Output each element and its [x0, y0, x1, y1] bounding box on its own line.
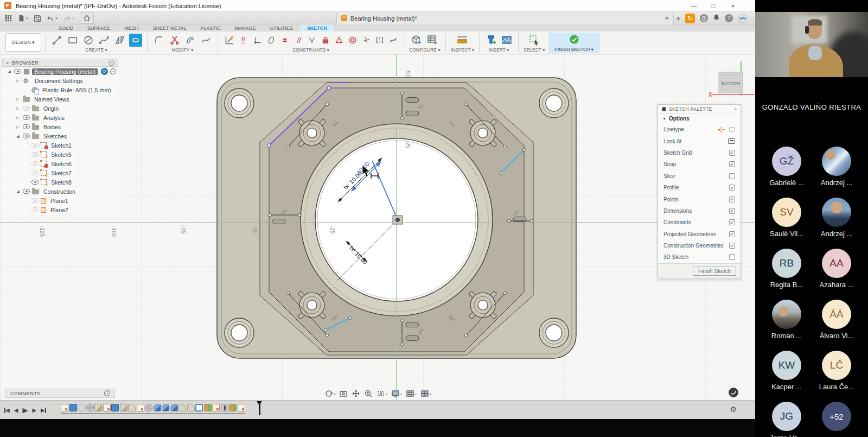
display-settings-icon[interactable]: ▾ — [391, 389, 402, 398]
participant-tile[interactable]: Roman ... — [762, 300, 812, 340]
visibility-eye-icon[interactable] — [31, 170, 39, 175]
checkbox-checked[interactable] — [729, 243, 735, 249]
ellipse-tool-icon[interactable] — [266, 34, 277, 47]
viewports-icon[interactable]: ▾ — [420, 389, 431, 398]
participant-avatar[interactable]: SV — [772, 198, 801, 227]
browser-header[interactable]: « BROWSER − — [2, 59, 118, 67]
checkbox-checked[interactable] — [729, 150, 735, 156]
coincident-constraint-icon[interactable] — [307, 34, 317, 47]
participant-avatar[interactable]: AA — [822, 249, 851, 278]
timeline-feature-icon[interactable] — [221, 404, 228, 411]
insert-fastener-icon[interactable] — [484, 34, 497, 47]
participant-tile[interactable]: KW Kacper ... — [762, 351, 812, 391]
new-tab-icon[interactable]: + — [676, 14, 680, 23]
options-section-header[interactable]: ▼ Options — [658, 113, 741, 124]
tab-surface[interactable]: SURFACE — [80, 24, 118, 31]
collapse-palette-icon[interactable]: » — [734, 106, 737, 112]
expander-icon[interactable]: ▷ — [15, 125, 21, 129]
line-tool-icon[interactable] — [50, 34, 63, 47]
home-icon[interactable] — [80, 12, 94, 24]
spline-tool-icon[interactable] — [98, 34, 111, 47]
constraints-group-label[interactable]: CONSTRAINTS ▾ — [292, 47, 329, 53]
fix-lock-constraint-icon[interactable] — [320, 34, 331, 47]
checkbox-checked[interactable] — [729, 208, 735, 214]
checkbox-checked[interactable] — [729, 161, 735, 167]
checkbox-checked[interactable] — [729, 185, 735, 191]
fit-icon[interactable]: ▾ — [376, 389, 387, 398]
search-icon[interactable] — [101, 68, 108, 75]
expander-icon[interactable]: ▷ — [15, 106, 21, 111]
redo-icon[interactable]: ▼ — [63, 15, 75, 22]
finish-sketch-palette-button[interactable]: Finish Sketch — [693, 267, 736, 276]
browser-item-bodies[interactable]: ▷ Bodies — [2, 122, 118, 131]
palette-option-profile[interactable]: Profile — [658, 182, 741, 193]
timeline-feature-icon[interactable] — [61, 404, 68, 411]
participant-photo-avatar[interactable] — [822, 147, 851, 176]
timeline-position-marker[interactable] — [259, 402, 260, 415]
rectangular-pattern-icon[interactable] — [239, 34, 250, 47]
palette-option-snap[interactable]: Snap — [658, 159, 741, 170]
polygon-constraint-icon[interactable] — [334, 34, 344, 47]
create-group-label[interactable]: CREATE ▾ — [85, 47, 107, 53]
concentric-constraint-icon[interactable] — [347, 34, 358, 47]
expander-icon[interactable]: ◢ — [15, 134, 21, 138]
timeline-feature-icon[interactable] — [229, 404, 237, 411]
timeline-feature-icon[interactable] — [204, 404, 212, 411]
equal-constraint-icon[interactable] — [279, 34, 290, 47]
tangent-constraint-icon[interactable] — [361, 34, 372, 47]
visibility-eye-icon[interactable] — [14, 69, 21, 74]
participant-tile[interactable]: ÁÁ Álvaro Vi... — [812, 300, 861, 340]
fillet-tool-icon[interactable] — [152, 34, 165, 47]
close-tab-icon[interactable]: × — [665, 14, 669, 22]
participant-tile[interactable]: SV Saulė Vil... — [762, 198, 812, 238]
step-back-icon[interactable]: ◀ — [14, 407, 18, 413]
palette-option-construction-geometries[interactable]: Construction Geometries — [658, 240, 741, 251]
design-canvas[interactable]: -125 -100 -75 -50 -25 50 25 — [0, 54, 755, 400]
timeline-feature-icon[interactable] — [69, 404, 77, 411]
sketch-dimension-icon[interactable] — [223, 34, 236, 47]
offset-tool-icon[interactable] — [184, 34, 197, 47]
document-tab[interactable]: Bearing Housing (metal)* × — [336, 12, 674, 24]
visibility-eye-icon[interactable] — [31, 180, 39, 185]
go-to-start-icon[interactable]: ◀ — [4, 407, 10, 413]
checkbox-unchecked[interactable] — [729, 254, 735, 260]
checkbox-checked[interactable] — [729, 231, 735, 237]
participant-photo-avatar[interactable] — [772, 300, 801, 329]
visibility-eye-icon[interactable] — [23, 134, 30, 138]
select-group-label[interactable]: SELECT ▾ — [524, 47, 545, 53]
close-button[interactable]: × — [729, 3, 737, 9]
expander-icon[interactable]: ▷ — [15, 79, 21, 83]
go-to-end-icon[interactable]: ▶ — [41, 407, 46, 413]
inspect-group-label[interactable]: INSPECT ▾ — [451, 47, 474, 53]
slot-tool-icon[interactable] — [129, 34, 142, 47]
job-status-icon[interactable] — [700, 14, 708, 22]
feedback-icon[interactable] — [729, 388, 738, 397]
participant-avatar[interactable]: RB — [772, 249, 801, 278]
linetype-box-icon[interactable] — [729, 127, 735, 132]
expander-icon[interactable]: ▷ — [15, 97, 21, 102]
project-geometry-icon[interactable] — [252, 34, 263, 47]
participant-tile[interactable]: LČ Laura Če... — [812, 351, 861, 391]
select-tool-icon[interactable] — [528, 34, 541, 47]
comments-panel[interactable]: COMMENTS — [5, 389, 115, 398]
expander-icon[interactable]: ▷ — [15, 116, 21, 120]
timeline-feature-icon[interactable] — [103, 404, 111, 411]
participant-avatar[interactable]: ÁÁ — [822, 300, 851, 329]
extensions-icon[interactable]: ↻ — [685, 14, 695, 23]
participant-photo-avatar[interactable] — [822, 198, 851, 227]
expander-icon[interactable]: ◢ — [15, 189, 21, 194]
minimize-panel-icon[interactable]: − — [108, 60, 114, 66]
visibility-eye-icon[interactable] — [31, 207, 39, 212]
break-tool-icon[interactable] — [200, 34, 213, 47]
browser-item-plane1[interactable]: Plane1 — [2, 196, 118, 205]
file-new-icon[interactable]: ▼ — [17, 14, 29, 22]
browser-item-plane2[interactable]: Plane2 — [2, 205, 118, 214]
browser-item-document-settings[interactable]: ▷ ⚙ Document Settings — [2, 76, 118, 85]
orbit-icon[interactable]: ▾ — [324, 389, 335, 398]
origin-point-marker[interactable] — [393, 216, 403, 224]
palette-option-sketch-grid[interactable]: Sketch Grid — [658, 147, 741, 159]
visibility-eye-icon[interactable] — [23, 115, 30, 120]
insert-group-label[interactable]: INSERT ▾ — [489, 47, 509, 53]
timeline-feature-icon[interactable] — [111, 404, 119, 411]
timeline-feature-icon[interactable] — [78, 404, 85, 411]
